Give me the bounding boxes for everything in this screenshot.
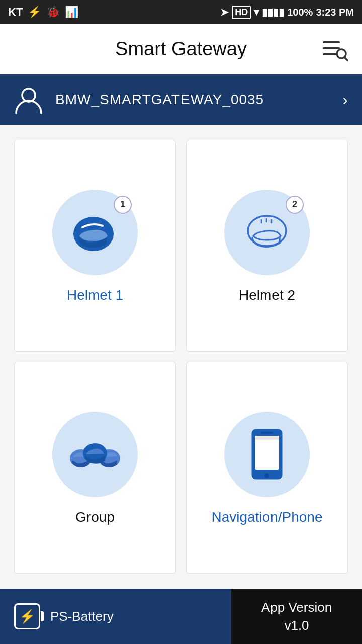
svg-rect-0 <box>323 41 340 43</box>
helmet1-label: Helmet 1 <box>67 287 123 303</box>
helmet1-icon-circle: 1 <box>52 190 138 275</box>
helmet2-badge: 2 <box>286 196 304 214</box>
svg-rect-18 <box>255 436 279 440</box>
svg-point-5 <box>22 89 35 102</box>
main-grid: 1 Helmet 1 2 <box>0 125 362 589</box>
version-label: App Versionv1.0 <box>261 598 332 635</box>
helmet1-icon <box>67 210 123 255</box>
navphone-label: Navigation/Phone <box>211 509 322 525</box>
helmet2-label: Helmet 2 <box>239 287 295 303</box>
page-title: Smart Gateway <box>115 38 247 60</box>
hd-badge: HD <box>232 6 251 19</box>
bug-icon: 🐞 <box>46 6 60 19</box>
svg-point-16 <box>264 473 269 478</box>
wifi-icon: ▾ <box>254 6 259 18</box>
battery-section[interactable]: ⚡ PS-Battery <box>0 589 231 644</box>
svg-rect-15 <box>255 436 279 470</box>
status-right: ➤ HD ▾ ▮▮▮▮ 100% 3:23 PM <box>220 6 354 19</box>
status-bar: KT ⚡ 🐞 📊 ➤ HD ▾ ▮▮▮▮ 100% 3:23 PM <box>0 0 362 24</box>
status-left: KT ⚡ 🐞 📊 <box>8 6 78 19</box>
navphone-icon-circle <box>224 412 310 497</box>
signal-icon: ▮▮▮▮ <box>262 6 284 18</box>
battery-icon: ⚡ <box>14 603 40 629</box>
device-name: BMW_SMARTGATEWAY_0035 <box>55 92 330 108</box>
navphone-tile[interactable]: Navigation/Phone <box>186 362 348 574</box>
helmet2-icon <box>239 210 295 255</box>
helmet1-tile[interactable]: 1 Helmet 1 <box>14 140 176 352</box>
chart-icon: 📊 <box>65 6 78 19</box>
device-banner[interactable]: BMW_SMARTGATEWAY_0035 › <box>0 74 362 125</box>
app-header: Smart Gateway <box>0 24 362 74</box>
group-icon-circle <box>52 412 138 497</box>
phone-icon <box>247 427 287 482</box>
chevron-right-icon: › <box>342 91 348 109</box>
bluetooth-icon: ➤ <box>220 6 229 18</box>
version-section: App Versionv1.0 <box>231 589 362 644</box>
usb-icon: ⚡ <box>28 6 41 19</box>
helmet1-badge: 1 <box>114 196 132 214</box>
svg-line-4 <box>344 57 347 60</box>
group-tile[interactable]: Group <box>14 362 176 574</box>
helmet2-tile[interactable]: 2 Helmet 2 <box>186 140 348 352</box>
menu-search-button[interactable] <box>322 36 348 62</box>
time-label: 3:23 PM <box>316 7 354 18</box>
svg-rect-1 <box>323 47 340 49</box>
svg-rect-17 <box>261 432 273 434</box>
battery-label: PS-Battery <box>50 609 114 624</box>
svg-rect-2 <box>323 53 337 55</box>
user-icon <box>14 85 43 114</box>
bolt-icon: ⚡ <box>19 609 35 624</box>
group-label: Group <box>75 509 115 525</box>
group-icon <box>65 429 125 479</box>
helmet2-icon-circle: 2 <box>224 190 310 275</box>
battery-label: 100% <box>287 7 313 18</box>
carrier-label: KT <box>8 6 23 19</box>
app-footer: ⚡ PS-Battery App Versionv1.0 <box>0 589 362 644</box>
